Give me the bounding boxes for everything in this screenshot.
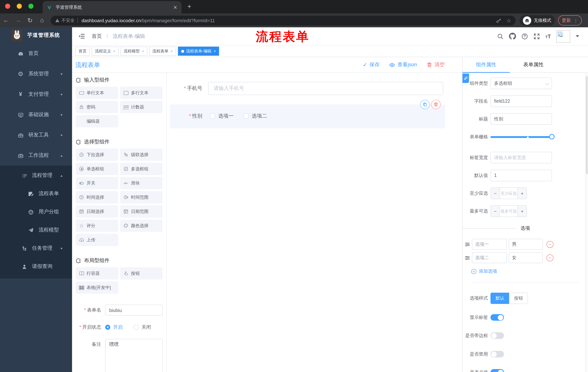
browser-menu-icon[interactable]: ⋮ [573,18,578,23]
breadcrumb-home[interactable]: 首页 [92,33,102,39]
chip-color-picker[interactable]: 颜色选择 [120,220,163,232]
default-value-input[interactable] [491,170,552,181]
fullscreen-icon[interactable] [533,33,540,40]
delete-field-button[interactable] [431,100,441,109]
chip-time-picker[interactable]: 时间选择 [76,191,118,203]
option-label-input[interactable] [472,252,507,263]
tag-home[interactable]: 首页 [75,47,90,56]
form-remark-textarea[interactable]: 嘿嘿 [105,339,163,372]
chip-row-container[interactable]: 行容器 [76,267,118,279]
scrollbar[interactable] [585,73,588,372]
show-label-toggle[interactable] [491,314,504,321]
drag-handle-icon[interactable] [465,241,470,247]
add-option-button[interactable]: + 添加选项 [471,268,588,275]
chip-editor[interactable]: 编辑器 [76,115,118,128]
status-on-radio[interactable] [105,325,110,330]
phone-input[interactable]: 请输入手机号 [208,82,443,95]
chip-radio-group[interactable]: 单选框组 [76,163,118,175]
password-key-icon[interactable] [496,18,501,23]
chip-date-picker[interactable]: 日期选择 [76,205,118,218]
clear-button[interactable]: 清空 [426,62,445,68]
field-link-badge[interactable] [462,74,469,83]
remove-option-button[interactable]: − [546,254,553,261]
gender-option1-checkbox[interactable]: 选项一 [210,113,234,119]
form-name-input[interactable] [105,305,163,316]
style-default-button[interactable]: 默认 [491,292,509,304]
window-minimize-button[interactable] [17,4,22,9]
title-input[interactable] [491,113,552,125]
canvas-field-phone[interactable]: 手机号 请输入手机号 [167,82,462,95]
chip-date-range[interactable]: 日期范围 [120,205,163,218]
browser-tab[interactable]: 芋道管理系统 ✕ [42,1,182,13]
tag-close-icon[interactable]: × [214,49,216,53]
increment-button[interactable]: + [518,188,526,199]
home-button[interactable]: ⌂ [36,17,48,24]
chip-rate[interactable]: ☆评分 [76,220,118,232]
drag-handle-icon[interactable] [465,255,470,261]
chip-checkbox-group[interactable]: 多选框组 [120,163,163,175]
option-label-input[interactable] [472,239,507,250]
status-off-radio[interactable] [134,325,139,330]
tag-close-icon[interactable]: × [142,49,144,53]
window-close-button[interactable] [5,4,10,9]
sidebar-item-payment[interactable]: ¥ 支付管理 ▼ [0,84,72,105]
forward-button[interactable]: → [12,17,24,24]
canvas-field-gender-selected[interactable]: 性别 选项一 选项二 [170,105,445,128]
tab-component-props[interactable]: 组件属性 [462,57,510,73]
sidebar-item-process-model[interactable]: 流程模型 [0,221,72,239]
sidebar-item-process-mgmt[interactable]: 流程管理 ▲ [0,166,72,185]
chip-slider[interactable]: 滑块 [120,177,163,189]
font-size-icon[interactable]: TT [545,33,551,39]
chip-cascader[interactable]: 级联选择 [120,149,163,161]
reload-button[interactable]: ↻ [24,17,36,24]
chip-upload[interactable]: 上传 [76,234,118,246]
chip-button[interactable]: 按钮 [120,267,163,279]
chip-switch[interactable]: 开关 [76,177,118,189]
tag-process-form[interactable]: 流程表单× [149,47,176,56]
chip-password[interactable]: 密码 [76,101,118,113]
style-button-button[interactable]: 按钮 [509,292,528,304]
duplicate-field-button[interactable] [420,100,430,109]
required-toggle[interactable] [491,369,504,372]
sidebar-item-home[interactable]: 首页 [0,43,72,64]
sidebar-item-task-mgmt[interactable]: 任务管理 ▼ [0,239,72,257]
component-type-value[interactable] [491,77,552,89]
sidebar-item-leave-query[interactable]: 请假查询 [0,257,72,276]
gender-option2-checkbox[interactable]: 选项二 [243,113,267,119]
remove-option-button[interactable]: − [546,241,553,248]
collapse-sidebar-button[interactable] [78,33,85,40]
tag-process-definition[interactable]: 流程定义× [92,47,119,56]
search-icon[interactable] [497,33,504,40]
view-json-button[interactable]: 查看json [389,62,417,68]
component-type-select[interactable] [491,77,552,89]
chip-table[interactable]: 表格[开发中] [76,281,118,294]
logo[interactable]: 芋道管理系统 [0,27,72,43]
border-toggle[interactable] [491,332,504,339]
sidebar-item-workflow[interactable]: 工作流程 ▲ [0,145,72,166]
disabled-toggle[interactable] [491,351,504,357]
github-icon[interactable] [509,33,516,40]
tag-close-icon[interactable]: × [113,49,115,53]
browser-update-button[interactable]: 更新 ⋮ [558,15,582,25]
chip-single-line-text[interactable]: 单行文本 [76,87,118,99]
option-value-input[interactable] [509,252,543,263]
tag-close-icon[interactable]: × [170,49,173,53]
bookmark-star-icon[interactable]: ☆ [506,18,511,23]
chip-time-range[interactable]: 时间范围 [120,191,163,203]
status-off-label[interactable]: 关闭 [142,324,151,330]
help-icon[interactable] [521,33,528,40]
slider-track[interactable] [491,136,552,138]
back-button[interactable]: ← [0,17,12,24]
new-tab-button[interactable]: + [187,3,191,11]
increment-button[interactable]: + [518,206,526,217]
avatar[interactable] [556,30,570,43]
sidebar-item-infrastructure[interactable]: 基础设施 ▼ [0,105,72,125]
tab-close-icon[interactable]: ✕ [173,5,177,10]
window-zoom-button[interactable] [28,4,33,9]
sidebar-item-user-group[interactable]: 用户分组 [0,203,72,221]
save-button[interactable]: ✓保存 [363,62,379,68]
chip-counter[interactable]: 123计数器 [120,101,163,113]
status-on-label[interactable]: 开启 [113,324,123,330]
sidebar-item-devtools[interactable]: 研发工具 ▼ [0,125,72,145]
max-select-value[interactable]: 最多可选 [500,206,518,217]
